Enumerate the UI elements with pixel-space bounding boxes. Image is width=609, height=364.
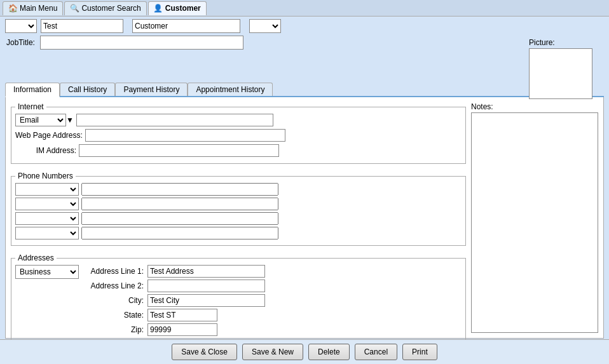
notes-label: Notes: xyxy=(471,102,598,111)
phones-section: Phone Numbers HomeWorkMobile HomeWorkMob… xyxy=(11,172,466,246)
name-prefix-select[interactable]: Mr. Mrs. Ms. xyxy=(5,19,37,33)
tab-customer[interactable]: 👤 Customer xyxy=(148,1,207,15)
email-dropdown-icon: ▼ xyxy=(66,116,74,125)
phones-legend: Phone Numbers xyxy=(15,172,76,180)
jobtitle-input[interactable] xyxy=(40,36,243,50)
tab-customer-search[interactable]: 🔍 Customer Search xyxy=(64,1,146,15)
addr-city-row: City: Test City xyxy=(84,294,265,307)
addr-state-row: State: Test ST xyxy=(84,309,265,321)
tab-customer-label: Customer xyxy=(165,4,201,13)
addr-state-label: State: xyxy=(84,311,147,320)
phone-row-0: HomeWorkMobile xyxy=(15,183,462,196)
addr-line1-row: Address Line 1: Test Address xyxy=(84,265,265,278)
phone-input-2[interactable] xyxy=(81,212,278,225)
phone-type-select-0[interactable]: HomeWorkMobile xyxy=(15,183,79,196)
tab-information[interactable]: Information xyxy=(5,83,60,97)
picture-box[interactable] xyxy=(529,48,592,99)
address-form: Address Line 1: Test Address Address Lin… xyxy=(84,265,265,349)
phone-type-select-3[interactable]: HomeWorkMobile xyxy=(15,227,79,239)
phone-input-3[interactable] xyxy=(81,227,278,239)
first-name-input[interactable]: Test xyxy=(41,19,123,33)
webpage-row: Web Page Address: xyxy=(15,129,462,142)
phone-type-select-1[interactable]: HomeWorkMobile xyxy=(15,198,79,210)
addr-zip-input[interactable]: 99999 xyxy=(147,323,217,336)
addr-line2-row: Address Line 2: xyxy=(84,280,265,292)
email-type-select[interactable]: Email Email 2 xyxy=(15,114,66,126)
tab-bar: Information Call History Payment History… xyxy=(5,83,604,97)
addr-city-label: City: xyxy=(84,296,147,305)
addr-city-input[interactable]: Test City xyxy=(147,294,265,307)
tab-main-menu[interactable]: 🏠 Main Menu xyxy=(3,1,63,15)
im-input[interactable] xyxy=(79,144,279,157)
addr-state-input[interactable]: Test ST xyxy=(147,309,217,321)
bottom-bar: Save & Close Save & New Delete Cancel Pr… xyxy=(0,339,609,364)
tab-call-history[interactable]: Call History xyxy=(60,83,115,96)
tab-main-menu-label: Main Menu xyxy=(20,4,57,13)
content-area: Mr. Mrs. Ms. Test Customer Jr. Sr. JobTi… xyxy=(0,17,609,339)
left-panel: Internet Email Email 2 ▼ Web Page Addres… xyxy=(11,102,466,333)
webpage-input[interactable] xyxy=(85,129,285,142)
delete-button[interactable]: Delete xyxy=(308,344,350,360)
im-row: IM Address: xyxy=(15,144,462,157)
tab-customer-search-label: Customer Search xyxy=(81,4,140,13)
addr-line1-label: Address Line 1: xyxy=(84,267,147,276)
jobtitle-row: JobTitle: xyxy=(6,36,281,50)
jobtitle-label: JobTitle: xyxy=(6,38,35,47)
home-icon: 🏠 xyxy=(8,4,17,13)
phone-type-select-2[interactable]: HomeWorkMobile xyxy=(15,212,79,225)
addresses-legend: Addresses xyxy=(15,253,57,262)
notes-textarea[interactable] xyxy=(471,112,598,333)
header-section: Mr. Mrs. Ms. Test Customer Jr. Sr. JobTi… xyxy=(5,19,604,80)
internet-legend: Internet xyxy=(15,102,46,111)
phone-row-3: HomeWorkMobile xyxy=(15,227,462,239)
im-label: IM Address: xyxy=(15,146,79,155)
addr-line1-input[interactable]: Test Address xyxy=(147,265,265,278)
phone-input-1[interactable] xyxy=(81,198,278,210)
title-bar: 🏠 Main Menu 🔍 Customer Search 👤 Customer xyxy=(0,0,609,17)
address-type-select[interactable]: Business Home Other xyxy=(15,265,79,279)
internet-section: Internet Email Email 2 ▼ Web Page Addres… xyxy=(11,102,466,164)
picture-label: Picture: xyxy=(529,38,599,47)
search-icon: 🔍 xyxy=(70,4,79,13)
suffix-select[interactable]: Jr. Sr. xyxy=(249,19,281,33)
addr-line2-label: Address Line 2: xyxy=(84,281,147,290)
print-button[interactable]: Print xyxy=(402,344,437,360)
notes-panel: Notes: xyxy=(471,102,598,333)
tabs-container: Information Call History Payment History… xyxy=(5,83,604,339)
save-new-button[interactable]: Save & New xyxy=(242,344,303,360)
email-input[interactable] xyxy=(76,114,273,126)
addr-line2-input[interactable] xyxy=(147,280,265,292)
app-window: 🏠 Main Menu 🔍 Customer Search 👤 Customer… xyxy=(0,0,609,364)
phone-input-0[interactable] xyxy=(81,183,278,196)
phone-row-1: HomeWorkMobile xyxy=(15,198,462,210)
tab-content-information: Internet Email Email 2 ▼ Web Page Addres… xyxy=(5,97,604,339)
name-row: Mr. Mrs. Ms. Test Customer Jr. Sr. xyxy=(5,19,281,33)
person-icon: 👤 xyxy=(154,4,163,13)
phone-row-2: HomeWorkMobile xyxy=(15,212,462,225)
addr-zip-label: Zip: xyxy=(84,325,147,334)
header-left: Mr. Mrs. Ms. Test Customer Jr. Sr. JobTi… xyxy=(5,19,281,80)
last-name-input[interactable]: Customer xyxy=(132,19,240,33)
webpage-label: Web Page Address: xyxy=(15,131,85,140)
tab-payment-history[interactable]: Payment History xyxy=(115,83,188,96)
tab-appointment-history[interactable]: Appointment History xyxy=(188,83,273,96)
picture-area: Picture: xyxy=(529,38,599,99)
cancel-button[interactable]: Cancel xyxy=(355,344,397,360)
addr-zip-row: Zip: 99999 xyxy=(84,323,265,336)
email-row: Email Email 2 ▼ xyxy=(15,114,462,126)
save-close-button[interactable]: Save & Close xyxy=(172,344,237,360)
